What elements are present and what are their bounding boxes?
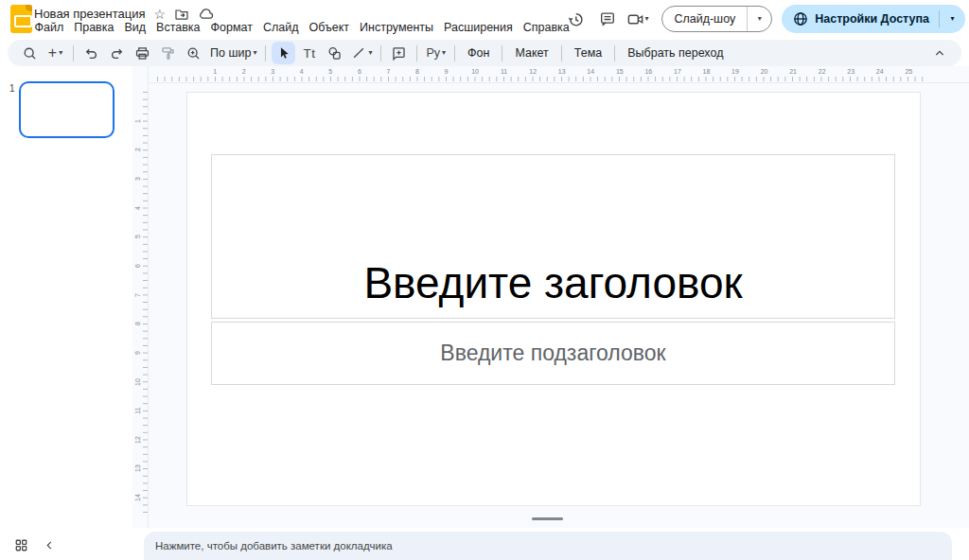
menu-item[interactable]: Вставка [151, 20, 205, 36]
redo-button[interactable] [105, 42, 129, 64]
star-icon[interactable]: ☆ [153, 8, 166, 21]
layout-button[interactable]: Макет [507, 42, 555, 64]
divider [502, 45, 502, 61]
ruler-number: 19 [731, 68, 739, 75]
ruler-number: 1 [133, 115, 143, 127]
menu-item[interactable]: Объект [304, 20, 355, 36]
menu-item[interactable]: Правка [69, 20, 119, 36]
google-slides-app: Новая презентация ☆ ФайлПравкаВидВставка… [0, 0, 969, 560]
ruler-number: 15 [616, 68, 624, 75]
divider [614, 45, 615, 61]
share-button[interactable]: Настройки Доступа ▾ [782, 5, 965, 33]
new-slide-button[interactable]: +▾ [44, 42, 67, 64]
ruler-number: 5 [133, 231, 143, 242]
insert-comment-button[interactable] [387, 42, 411, 64]
menu-item[interactable]: Формат [205, 20, 257, 36]
share-dropdown[interactable]: ▾ [940, 5, 965, 33]
version-history-button[interactable] [562, 6, 589, 32]
menu-item[interactable]: Файл [29, 20, 69, 36]
notes-resize-handle[interactable] [532, 517, 563, 520]
video-camera-icon [626, 10, 644, 28]
menubar: ФайлПравкаВидВставкаФорматСлайдОбъектИнс… [29, 20, 574, 36]
ruler-number: 4 [300, 68, 304, 75]
ruler-number: 16 [644, 68, 652, 75]
input-tools-select[interactable]: Ру ▾ [423, 42, 449, 64]
document-title[interactable]: Новая презентация [34, 7, 145, 21]
paint-format-button[interactable] [156, 42, 180, 64]
line-tool-button[interactable]: ▾ [348, 42, 375, 64]
ruler-number: 13 [558, 68, 566, 75]
speaker-notes-placeholder: Нажмите, чтобы добавить заметки докладчи… [155, 540, 393, 551]
transition-button[interactable]: Выбрать переход [620, 42, 731, 64]
print-button[interactable] [131, 42, 154, 64]
ruler-number: 10 [471, 68, 479, 75]
ruler-number: 14 [587, 68, 594, 75]
slideshow-dropdown[interactable]: ▾ [748, 7, 771, 31]
ruler-number: 6 [133, 260, 143, 271]
slide-page[interactable]: Введите заголовок Введите подзаголовок [186, 92, 921, 506]
ruler-number: 9 [445, 68, 449, 75]
ruler-number: 17 [674, 68, 681, 75]
zoom-button[interactable] [182, 42, 205, 64]
speaker-notes[interactable]: Нажмите, чтобы добавить заметки докладчи… [144, 532, 952, 560]
grid-view-button[interactable] [9, 534, 32, 556]
chevron-down-icon: ▾ [644, 15, 648, 23]
collapse-filmstrip-button[interactable] [38, 534, 61, 556]
ruler-number: 23 [847, 68, 854, 75]
slide-number: 1 [9, 83, 15, 94]
slideshow-label: Слайд-шоу [662, 12, 747, 26]
divider [380, 45, 381, 61]
ruler-number: 12 [133, 434, 143, 446]
slideshow-button[interactable]: Слайд-шоу ▾ [661, 6, 772, 32]
ruler-number: 5 [328, 68, 332, 75]
subtitle-placeholder[interactable]: Введите подзаголовок [211, 322, 895, 385]
ruler-number: 3 [133, 173, 143, 184]
ruler-number: 11 [501, 68, 507, 75]
horizontal-ruler: 1234567891011121314151617181920212223242… [157, 66, 925, 81]
title-placeholder[interactable]: Введите заголовок [211, 154, 895, 319]
slide-thumbnail[interactable] [19, 81, 115, 138]
menu-item[interactable]: Слайд [257, 20, 304, 36]
divider [73, 45, 74, 61]
menu-item[interactable]: Вид [119, 20, 151, 36]
ruler-number: 13 [133, 463, 143, 474]
meet-call-button[interactable]: ▾ [626, 10, 648, 28]
ruler-number: 7 [133, 289, 143, 301]
hide-menus-button[interactable] [927, 42, 951, 64]
subtitle-placeholder-text: Введите подзаголовок [440, 341, 665, 366]
ruler-number: 8 [415, 68, 419, 75]
undo-button[interactable] [79, 42, 103, 64]
filmstrip: 1 [0, 66, 132, 528]
theme-button[interactable]: Тема [567, 42, 609, 64]
ruler-number: 12 [529, 68, 537, 75]
ruler-number: 14 [133, 492, 143, 503]
divider [561, 45, 562, 61]
ruler-number: 8 [133, 318, 143, 329]
ruler-number: 4 [133, 202, 143, 214]
fit-zoom-select[interactable]: По шир ▾ [207, 42, 259, 64]
ruler-number: 7 [386, 68, 390, 75]
ruler-number: 2 [133, 144, 143, 155]
share-label: Настройки Доступа [815, 12, 929, 26]
ruler-number: 6 [358, 68, 361, 75]
toolbar: +▾ [8, 40, 961, 66]
ruler-number: 24 [876, 68, 884, 75]
text-box-label: Tt [303, 46, 315, 61]
background-button[interactable]: Фон [460, 42, 497, 64]
divider [416, 45, 417, 61]
text-box-tool-button[interactable]: Tt [297, 42, 321, 64]
ruler-number: 21 [789, 68, 797, 75]
ruler-number: 2 [242, 68, 246, 75]
bottom-bar: Нажмите, чтобы добавить заметки докладчи… [0, 528, 969, 560]
select-tool-button[interactable] [272, 42, 295, 64]
shape-tool-button[interactable] [323, 42, 346, 64]
menu-item[interactable]: Расширения [439, 20, 519, 36]
ruler-number: 25 [905, 68, 912, 75]
search-menus-button[interactable] [18, 42, 42, 64]
menu-item[interactable]: Инструменты [355, 20, 439, 36]
ruler-number: 20 [761, 68, 768, 75]
ruler-border [148, 82, 969, 83]
header: Новая презентация ☆ ФайлПравкаВидВставка… [0, 0, 969, 38]
comments-button[interactable] [594, 6, 621, 32]
globe-icon [793, 11, 808, 26]
